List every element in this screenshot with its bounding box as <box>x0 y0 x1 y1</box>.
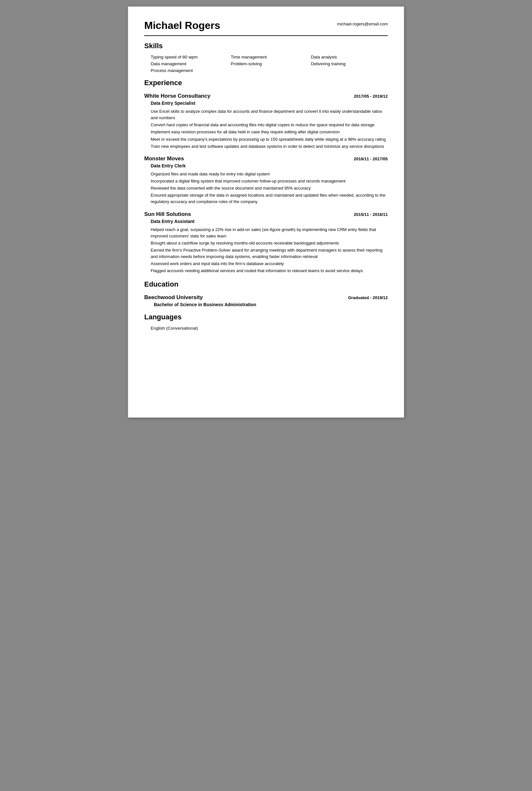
experience-section: White Horse Consultancy2017/05 - 2019/12… <box>144 93 388 275</box>
skill-item: Data analysis <box>311 55 388 59</box>
bullet-item: Meet or exceed the company's expectation… <box>151 136 388 143</box>
date-range: 2016/11 - 2017/05 <box>354 156 388 161</box>
skill-item: Process management <box>151 68 227 73</box>
experience-section-title: Experience <box>144 79 388 87</box>
company-row: White Horse Consultancy2017/05 - 2019/12 <box>144 93 388 99</box>
skill-item: Typing speed of 80 wpm <box>151 55 227 59</box>
education-section: Beechwood UniversityGraduated - 2019/12B… <box>144 294 388 307</box>
bullet-item: Reviewed the data converted with the sou… <box>151 185 388 191</box>
company-row: Monster Moves2016/11 - 2017/05 <box>144 155 388 162</box>
header-section: Michael Rogers michael.rogers@email.com <box>144 20 388 36</box>
bullet-item: Use Excel skills to analyze complex data… <box>151 108 388 121</box>
bullet-item: Brought about a cashflow surge by resolv… <box>151 240 388 246</box>
bullet-item: Assessed work orders and input data into… <box>151 261 388 267</box>
company-name: White Horse Consultancy <box>144 93 210 99</box>
bullet-item: Ensured appropriate storage of the data … <box>151 192 388 205</box>
bullet-item: Implement easy revision processes for al… <box>151 129 388 135</box>
skill-item: Data management <box>151 61 227 66</box>
skills-grid: Typing speed of 80 wpmTime managementDat… <box>151 55 388 73</box>
bullet-item: Organized files and made data ready for … <box>151 171 388 177</box>
school-name: Beechwood University <box>144 294 203 301</box>
company-name: Sun Hill Solutions <box>144 211 191 218</box>
date-range: 2017/05 - 2019/12 <box>354 94 388 99</box>
bullet-list: Helped reach a goal, surpassing a 22% ri… <box>151 226 388 275</box>
bullet-item: Earned the firm's Proactive Problem-Solv… <box>151 247 388 260</box>
bullet-item: Train new employees and test software up… <box>151 143 388 150</box>
degree: Bachelor of Science in Business Administ… <box>154 302 388 307</box>
bullet-item: Helped reach a goal, surpassing a 22% ri… <box>151 226 388 239</box>
languages-section: English (Conversational) <box>144 326 388 331</box>
bullet-list: Use Excel skills to analyze complex data… <box>151 108 388 150</box>
company-row: Sun Hill Solutions2015/11 - 2016/11 <box>144 211 388 218</box>
bullet-item: Incorporated a digital filing system tha… <box>151 178 388 184</box>
company-name: Monster Moves <box>144 155 184 162</box>
bullet-item: Convert hard copies of financial data an… <box>151 122 388 128</box>
languages-section-title: Languages <box>144 313 388 321</box>
resume-page: Michael Rogers michael.rogers@email.com … <box>128 6 404 418</box>
skill-item: Time management <box>231 55 307 59</box>
skill-item: Delivering training <box>311 61 388 66</box>
skill-item: Problem-solving <box>231 61 307 66</box>
job-title: Data Entry Clerk <box>151 163 388 168</box>
job-title: Data Entry Assistant <box>151 219 388 224</box>
email: michael.rogers@email.com <box>337 21 388 26</box>
edu-date-range: Graduated - 2019/12 <box>348 295 388 300</box>
bullet-list: Organized files and made data ready for … <box>151 171 388 205</box>
education-section-title: Education <box>144 280 388 288</box>
name: Michael Rogers <box>144 20 221 32</box>
edu-school-row: Beechwood UniversityGraduated - 2019/12 <box>144 294 388 301</box>
language-item: English (Conversational) <box>151 326 388 331</box>
date-range: 2015/11 - 2016/11 <box>354 212 388 217</box>
skills-section-title: Skills <box>144 42 388 50</box>
job-title: Data Entry Specialist <box>151 100 388 106</box>
bullet-item: Flagged accounts needing additional serv… <box>151 268 388 274</box>
